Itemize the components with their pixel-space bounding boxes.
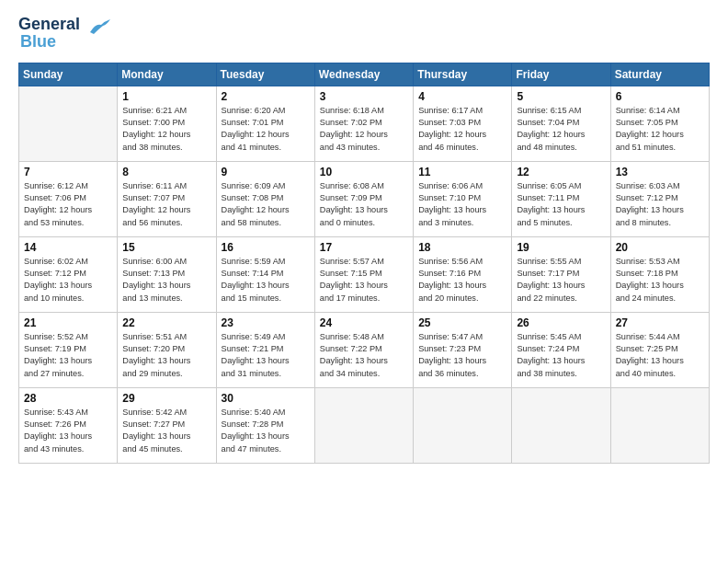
day-cell: 21Sunrise: 5:52 AM Sunset: 7:19 PM Dayli… bbox=[19, 312, 118, 387]
day-number: 23 bbox=[222, 316, 310, 329]
day-number: 20 bbox=[616, 241, 704, 254]
day-cell: 4Sunrise: 6:17 AM Sunset: 7:03 PM Daylig… bbox=[414, 86, 512, 161]
day-info: Sunrise: 6:09 AM Sunset: 7:08 PM Dayligh… bbox=[222, 180, 310, 229]
day-number: 3 bbox=[320, 90, 408, 103]
logo-bird-icon bbox=[86, 16, 112, 36]
day-info: Sunrise: 5:53 AM Sunset: 7:18 PM Dayligh… bbox=[616, 256, 704, 304]
day-number: 2 bbox=[222, 90, 310, 103]
calendar-header-row: SundayMondayTuesdayWednesdayThursdayFrid… bbox=[19, 63, 710, 86]
day-info: Sunrise: 6:18 AM Sunset: 7:02 PM Dayligh… bbox=[320, 105, 408, 154]
day-cell: 10Sunrise: 6:08 AM Sunset: 7:09 PM Dayli… bbox=[314, 161, 413, 236]
day-cell: 25Sunrise: 5:47 AM Sunset: 7:23 PM Dayli… bbox=[414, 312, 512, 387]
day-number: 17 bbox=[320, 241, 408, 254]
day-number: 29 bbox=[122, 392, 210, 405]
day-info: Sunrise: 5:52 AM Sunset: 7:19 PM Dayligh… bbox=[24, 331, 112, 380]
day-cell: 3Sunrise: 6:18 AM Sunset: 7:02 PM Daylig… bbox=[314, 86, 413, 161]
day-number: 4 bbox=[418, 90, 506, 103]
day-info: Sunrise: 6:21 AM Sunset: 7:00 PM Dayligh… bbox=[122, 105, 210, 154]
day-number: 24 bbox=[320, 316, 408, 329]
day-info: Sunrise: 6:06 AM Sunset: 7:10 PM Dayligh… bbox=[418, 180, 506, 229]
day-number: 19 bbox=[517, 241, 605, 254]
day-cell bbox=[610, 387, 709, 463]
col-header-friday: Friday bbox=[512, 63, 610, 86]
day-number: 15 bbox=[122, 241, 210, 254]
day-cell: 24Sunrise: 5:48 AM Sunset: 7:22 PM Dayli… bbox=[314, 312, 413, 387]
day-cell: 18Sunrise: 5:56 AM Sunset: 7:16 PM Dayli… bbox=[414, 236, 512, 312]
week-row-3: 21Sunrise: 5:52 AM Sunset: 7:19 PM Dayli… bbox=[19, 312, 710, 387]
day-number: 7 bbox=[24, 166, 112, 178]
week-row-1: 7Sunrise: 6:12 AM Sunset: 7:06 PM Daylig… bbox=[19, 161, 710, 236]
day-info: Sunrise: 5:40 AM Sunset: 7:28 PM Dayligh… bbox=[222, 407, 310, 455]
day-info: Sunrise: 6:20 AM Sunset: 7:01 PM Dayligh… bbox=[222, 105, 310, 154]
day-cell: 11Sunrise: 6:06 AM Sunset: 7:10 PM Dayli… bbox=[414, 161, 512, 236]
day-number: 25 bbox=[418, 316, 506, 329]
day-number: 5 bbox=[517, 90, 605, 103]
calendar-table: SundayMondayTuesdayWednesdayThursdayFrid… bbox=[18, 63, 710, 464]
col-header-thursday: Thursday bbox=[414, 63, 512, 86]
day-number: 28 bbox=[24, 392, 112, 405]
day-cell: 14Sunrise: 6:02 AM Sunset: 7:12 PM Dayli… bbox=[19, 236, 118, 312]
day-cell: 5Sunrise: 6:15 AM Sunset: 7:04 PM Daylig… bbox=[512, 86, 610, 161]
day-info: Sunrise: 5:56 AM Sunset: 7:16 PM Dayligh… bbox=[418, 256, 506, 304]
day-number: 30 bbox=[222, 392, 310, 405]
day-cell bbox=[414, 387, 512, 463]
day-cell: 15Sunrise: 6:00 AM Sunset: 7:13 PM Dayli… bbox=[118, 236, 216, 312]
day-cell bbox=[314, 387, 413, 463]
day-info: Sunrise: 6:00 AM Sunset: 7:13 PM Dayligh… bbox=[122, 256, 210, 304]
day-number: 12 bbox=[517, 166, 605, 178]
day-number: 11 bbox=[418, 166, 506, 178]
day-info: Sunrise: 6:03 AM Sunset: 7:12 PM Dayligh… bbox=[616, 180, 704, 229]
day-info: Sunrise: 5:48 AM Sunset: 7:22 PM Dayligh… bbox=[320, 331, 408, 380]
day-info: Sunrise: 5:43 AM Sunset: 7:26 PM Dayligh… bbox=[24, 407, 112, 455]
day-number: 16 bbox=[222, 241, 310, 254]
day-info: Sunrise: 5:47 AM Sunset: 7:23 PM Dayligh… bbox=[418, 331, 506, 380]
day-info: Sunrise: 6:02 AM Sunset: 7:12 PM Dayligh… bbox=[24, 256, 112, 304]
day-cell: 9Sunrise: 6:09 AM Sunset: 7:08 PM Daylig… bbox=[216, 161, 314, 236]
day-cell: 13Sunrise: 6:03 AM Sunset: 7:12 PM Dayli… bbox=[610, 161, 709, 236]
day-info: Sunrise: 5:49 AM Sunset: 7:21 PM Dayligh… bbox=[222, 331, 310, 380]
day-number: 26 bbox=[517, 316, 605, 329]
day-cell: 8Sunrise: 6:11 AM Sunset: 7:07 PM Daylig… bbox=[118, 161, 216, 236]
day-number: 10 bbox=[320, 166, 408, 178]
day-cell: 29Sunrise: 5:42 AM Sunset: 7:27 PM Dayli… bbox=[118, 387, 216, 463]
day-number: 13 bbox=[616, 166, 704, 178]
day-cell: 1Sunrise: 6:21 AM Sunset: 7:00 PM Daylig… bbox=[118, 86, 216, 161]
day-cell: 28Sunrise: 5:43 AM Sunset: 7:26 PM Dayli… bbox=[19, 387, 118, 463]
day-cell bbox=[19, 86, 118, 161]
day-info: Sunrise: 5:44 AM Sunset: 7:25 PM Dayligh… bbox=[616, 331, 704, 380]
day-info: Sunrise: 5:45 AM Sunset: 7:24 PM Dayligh… bbox=[517, 331, 605, 380]
day-cell: 27Sunrise: 5:44 AM Sunset: 7:25 PM Dayli… bbox=[610, 312, 709, 387]
page: General Blue SundayMondayTuesdayWednesda… bbox=[0, 0, 728, 478]
week-row-0: 1Sunrise: 6:21 AM Sunset: 7:00 PM Daylig… bbox=[19, 86, 710, 161]
logo-general: General bbox=[18, 15, 80, 33]
day-number: 14 bbox=[24, 241, 112, 254]
col-header-saturday: Saturday bbox=[610, 63, 709, 86]
week-row-2: 14Sunrise: 6:02 AM Sunset: 7:12 PM Dayli… bbox=[19, 236, 710, 312]
day-cell: 22Sunrise: 5:51 AM Sunset: 7:20 PM Dayli… bbox=[118, 312, 216, 387]
day-cell: 20Sunrise: 5:53 AM Sunset: 7:18 PM Dayli… bbox=[610, 236, 709, 312]
day-cell: 19Sunrise: 5:55 AM Sunset: 7:17 PM Dayli… bbox=[512, 236, 610, 312]
day-cell: 23Sunrise: 5:49 AM Sunset: 7:21 PM Dayli… bbox=[216, 312, 314, 387]
header: General Blue bbox=[18, 15, 710, 52]
day-cell: 2Sunrise: 6:20 AM Sunset: 7:01 PM Daylig… bbox=[216, 86, 314, 161]
day-info: Sunrise: 5:51 AM Sunset: 7:20 PM Dayligh… bbox=[122, 331, 210, 380]
day-cell: 17Sunrise: 5:57 AM Sunset: 7:15 PM Dayli… bbox=[314, 236, 413, 312]
day-cell: 30Sunrise: 5:40 AM Sunset: 7:28 PM Dayli… bbox=[216, 387, 314, 463]
day-number: 6 bbox=[616, 90, 704, 103]
day-info: Sunrise: 5:57 AM Sunset: 7:15 PM Dayligh… bbox=[320, 256, 408, 304]
day-info: Sunrise: 5:42 AM Sunset: 7:27 PM Dayligh… bbox=[122, 407, 210, 455]
day-cell: 16Sunrise: 5:59 AM Sunset: 7:14 PM Dayli… bbox=[216, 236, 314, 312]
day-number: 21 bbox=[24, 316, 112, 329]
day-cell: 6Sunrise: 6:14 AM Sunset: 7:05 PM Daylig… bbox=[610, 86, 709, 161]
col-header-monday: Monday bbox=[118, 63, 216, 86]
col-header-sunday: Sunday bbox=[19, 63, 118, 86]
col-header-wednesday: Wednesday bbox=[314, 63, 413, 86]
week-row-4: 28Sunrise: 5:43 AM Sunset: 7:26 PM Dayli… bbox=[19, 387, 710, 463]
day-number: 18 bbox=[418, 241, 506, 254]
day-info: Sunrise: 5:55 AM Sunset: 7:17 PM Dayligh… bbox=[517, 256, 605, 304]
day-number: 1 bbox=[122, 90, 210, 103]
day-cell: 7Sunrise: 6:12 AM Sunset: 7:06 PM Daylig… bbox=[19, 161, 118, 236]
day-cell: 26Sunrise: 5:45 AM Sunset: 7:24 PM Dayli… bbox=[512, 312, 610, 387]
logo-blue: Blue bbox=[20, 32, 56, 52]
day-info: Sunrise: 5:59 AM Sunset: 7:14 PM Dayligh… bbox=[222, 256, 310, 304]
